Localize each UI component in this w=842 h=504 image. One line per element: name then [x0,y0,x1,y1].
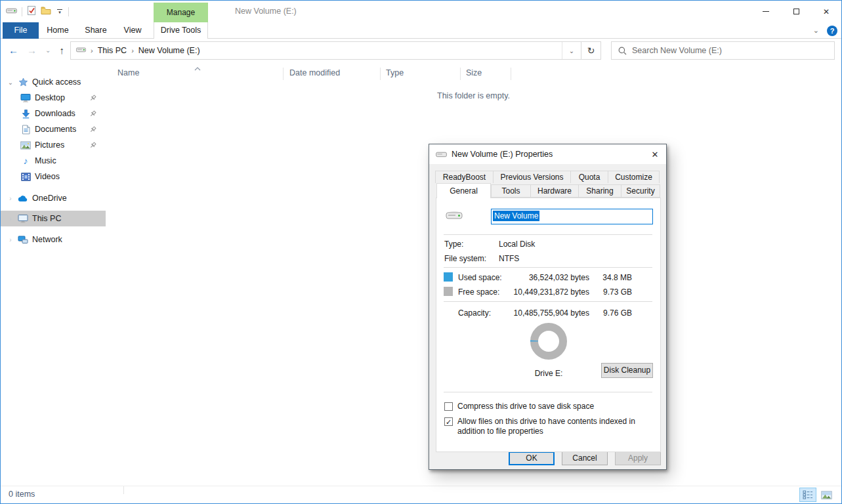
disk-usage-donut-chart [528,320,570,364]
tab-view[interactable]: View [115,22,150,39]
help-icon[interactable]: ? [827,26,837,36]
music-icon: ♪ [20,156,31,166]
drive-letter-label: Drive E: [509,369,588,378]
sidebar-item-quick-access[interactable]: ⌄ Quick access [1,74,106,90]
breadcrumb-this-pc[interactable]: This PC [98,46,127,55]
explorer-window: ▾ Manage New Volume (E:) ✕ File Home Sha… [0,0,842,504]
dialog-close-icon[interactable]: ✕ [644,144,666,164]
search-box [611,41,835,60]
tab-security[interactable]: Security [621,184,660,198]
tab-drive-tools[interactable]: Drive Tools [154,22,208,39]
free-space-size: 9.73 GB [591,287,632,297]
sidebar-item-documents[interactable]: Documents [1,121,106,137]
dialog-titlebar: New Volume (E:) Properties ✕ [429,144,666,164]
sidebar-item-downloads[interactable]: Downloads [1,106,106,121]
index-checkbox-row: ✓ Allow files on this drive to have cont… [444,417,660,436]
tab-customize[interactable]: Customize [608,171,660,183]
this-pc-icon [18,213,28,224]
item-count: 0 items [9,490,35,499]
new-folder-icon[interactable] [41,6,51,17]
address-bar: ← → ⌄ ↑ › This PC › New Volume (E:) ⌄ ↻ [1,39,841,62]
documents-icon [20,124,31,135]
empty-folder-message: This folder is empty. [106,91,841,100]
sidebar-item-onedrive[interactable]: › OneDrive [1,190,106,206]
disk-cleanup-button[interactable]: Disk Cleanup [601,363,653,378]
network-icon [18,234,28,245]
tab-readyboost[interactable]: ReadyBoost [435,171,494,183]
refresh-button[interactable]: ↻ [581,41,601,60]
compress-checkbox[interactable] [444,402,453,411]
breadcrumb-separator: › [127,47,138,54]
chevron-right-icon[interactable]: › [7,236,14,243]
sidebar-item-pictures[interactable]: Pictures [1,137,106,153]
pin-icon [89,110,96,119]
forward-button[interactable]: → [27,45,37,56]
column-header-size[interactable]: Size [466,68,482,77]
cancel-button[interactable]: Cancel [562,452,608,465]
tab-file[interactable]: File [3,22,39,39]
recent-locations-icon[interactable]: ⌄ [45,47,51,54]
quick-access-toolbar: ▾ [6,5,69,18]
used-space-size: 34.8 MB [591,273,632,282]
expand-ribbon-icon[interactable]: ⌄ [813,26,819,35]
capacity-bytes: 10,485,755,904 bytes [511,308,589,318]
up-button[interactable]: ↑ [59,45,64,56]
chevron-right-icon[interactable]: › [7,195,14,202]
column-header-name[interactable]: Name [117,68,139,77]
type-value: Local Disk [499,240,535,249]
sidebar-item-music[interactable]: ♪ Music [1,153,106,169]
sidebar-item-this-pc[interactable]: › This PC [1,211,106,226]
tab-tools[interactable]: Tools [491,184,531,198]
sidebar-item-desktop[interactable]: Desktop [1,90,106,106]
used-space-swatch [444,272,453,282]
tab-sharing[interactable]: Sharing [578,184,621,198]
tab-quota[interactable]: Quota [570,171,608,183]
properties-dialog: New Volume (E:) Properties ✕ ReadyBoost … [429,144,667,470]
column-headers: Name Date modified Type Size [106,66,841,82]
tab-hardware[interactable]: Hardware [530,184,579,198]
pin-icon [89,94,96,104]
pin-icon [89,142,96,151]
chevron-down-icon[interactable]: ⌄ [7,79,14,86]
properties-icon[interactable] [27,5,36,18]
ok-button[interactable]: OK [509,452,555,465]
pin-icon [89,126,96,135]
thumbnail-view-button[interactable] [818,488,835,502]
search-icon [618,47,627,55]
free-space-label: Free space: [458,287,499,297]
compress-checkbox-row: Compress this drive to save disk space [444,402,660,411]
volume-label-input[interactable]: New Volume [491,209,653,224]
column-header-type[interactable]: Type [386,68,404,77]
breadcrumb[interactable]: › This PC › New Volume (E:) ⌄ [70,41,581,60]
back-button[interactable]: ← [9,45,18,56]
tab-general[interactable]: General [436,183,491,198]
close-button[interactable]: ✕ [811,1,841,22]
used-space-bytes: 36,524,032 bytes [511,273,589,282]
index-checkbox[interactable]: ✓ [444,417,453,426]
drive-icon [446,209,463,223]
sidebar-item-network[interactable]: › Network [1,232,106,247]
drive-icon [6,7,17,16]
chevron-right-icon[interactable]: › [7,215,14,222]
maximize-button[interactable] [781,1,811,22]
capacity-size: 9.76 GB [591,308,632,318]
details-view-button[interactable] [799,488,816,502]
filesystem-label: File system: [444,254,486,263]
index-checkbox-label: Allow files on this drive to have conten… [457,417,660,436]
tab-share[interactable]: Share [77,22,115,39]
tab-previous-versions[interactable]: Previous Versions [493,171,571,183]
apply-button: Apply [615,452,661,465]
breadcrumb-new-volume[interactable]: New Volume (E:) [138,46,200,55]
minimize-button[interactable] [751,1,781,22]
search-input[interactable] [632,42,834,59]
sidebar-item-videos[interactable]: Videos [1,169,106,184]
drive-icon [76,46,86,55]
customize-toolbar-dropdown-icon[interactable]: ▾ [56,9,64,14]
dialog-title: New Volume (E:) Properties [452,150,553,159]
onedrive-icon [18,193,28,203]
address-dropdown-icon[interactable]: ⌄ [562,47,581,54]
dialog-tab-row-front: General Tools Hardware Sharing Security [436,183,661,198]
column-header-date-modified[interactable]: Date modified [289,68,340,77]
used-space-label: Used space: [458,273,502,282]
tab-home[interactable]: Home [39,22,77,39]
